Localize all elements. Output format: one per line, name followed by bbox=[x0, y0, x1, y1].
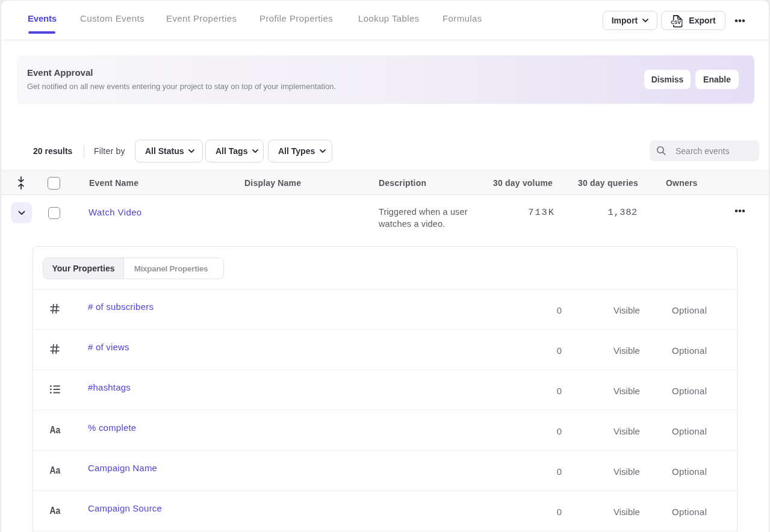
svg-text:CSV: CSV bbox=[671, 19, 682, 25]
svg-text:Aa: Aa bbox=[49, 465, 60, 475]
svg-text:Aa: Aa bbox=[49, 505, 60, 516]
svg-text:Aa: Aa bbox=[49, 424, 60, 435]
